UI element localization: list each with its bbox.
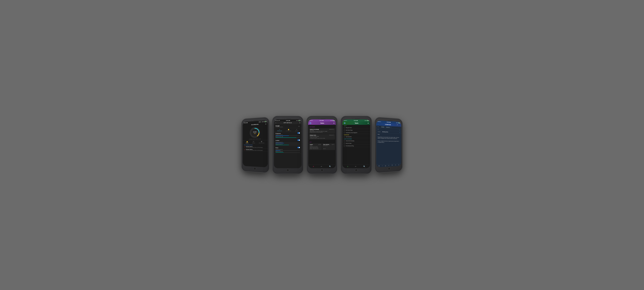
phone-speaker-p5 <box>388 120 393 121</box>
gear-icon-p1[interactable]: ⚙ <box>265 123 266 125</box>
phone-4-tasks: ▼ 9:41 AM 100% 👤 Tasks ⚙ TODAY <box>341 116 372 174</box>
status-label: STATUS <box>253 132 256 133</box>
phone-2-appdetails: ● ● ● ● ▼ 9:41 AM 100% ← APP DETAILS ≡ G… <box>272 116 303 174</box>
status-time-p1: 9:41 AM <box>244 122 248 124</box>
tasks-list-icon[interactable]: ≡ <box>347 166 348 167</box>
google-app-sub: Sensitive notifications <box>276 127 283 127</box>
phone-camera-p4 <box>352 119 353 119</box>
toggle-foreground[interactable] <box>297 132 300 134</box>
appdetails-header: ← APP DETAILS ≡ <box>274 121 302 124</box>
notes-body: SEPTEMBER Address for package September … <box>308 125 336 165</box>
compose-body-area[interactable]: Hello, Reguarding out conversation from … <box>376 133 401 164</box>
task-eat-onion-rings: Eat Onion Rings <box>342 129 370 131</box>
phone-fg-label: Foreground events: 145 <box>276 149 286 150</box>
to-chip-2[interactable]: Tester Mc <box>386 127 390 128</box>
note-tims-cell[interactable]: Tim's Cell for... July 15 604-454-3232 J… <box>322 143 335 150</box>
phone-3-notes: ▼ 9:41 AM 100% 👤 Notes ⚙ SEPTEMBER <box>307 116 337 174</box>
send-icon[interactable]: › <box>400 125 400 126</box>
mic-icon[interactable]: 🎤 <box>396 124 398 126</box>
tab-permissions[interactable]: ✓ PERMISSIONS <box>277 129 282 131</box>
guardian-nav: 🔔 EVENTS 🛡 STATUS ⊞ APPLICATIONS <box>243 140 268 144</box>
phone-camera <box>251 120 252 121</box>
to-chip-1[interactable]: Decafe <box>381 126 385 128</box>
task-groceries: Get Groceries <box>342 136 370 138</box>
checkbox-piano[interactable] <box>344 127 345 128</box>
phone-speaker <box>253 120 258 121</box>
list-icon-2[interactable]: ☰ <box>392 164 392 166</box>
note-orders[interactable]: Orders July 18 TeamA:Doubleshot on Ice (… <box>309 143 322 150</box>
phone-1-guardian: 9:41 AM 100% GUARDIAN ⚙ <box>242 117 269 173</box>
underline-icon[interactable]: U <box>385 165 386 166</box>
tab-notifications[interactable]: 🔔 NOTIFICATIONS <box>286 129 291 131</box>
phone-perm-label: Phone <box>276 147 278 148</box>
notes-header: 👤 Notes ⚙ <box>308 121 336 125</box>
tasks-header: 👤 Tasks ⚙ <box>342 121 370 125</box>
checkbox-pasta[interactable] <box>344 143 345 144</box>
toggle-location[interactable] <box>297 139 300 141</box>
google-app-name: Google <box>276 125 283 127</box>
tab-appinfo[interactable]: ℹ APP INFO <box>295 129 298 131</box>
appdetails-tabs: ✓ PERMISSIONS 🔔 NOTIFICATIONS ℹ APP INFO <box>274 128 302 132</box>
notes-edit-icon[interactable]: ✏ <box>321 166 322 167</box>
tasks-section-later: LATER THIS WEEK <box>342 138 370 140</box>
list-icon-1[interactable]: ≡ <box>388 165 389 166</box>
note-address-package[interactable]: Address for package September 12 John Sm… <box>309 128 335 134</box>
gear-icon-p4[interactable]: ⚙ <box>368 122 369 124</box>
italic-icon[interactable]: I <box>382 165 382 166</box>
status-bar-p3: ▼ 9:41 AM 100% <box>308 119 336 121</box>
checkbox-shovel[interactable] <box>344 140 345 141</box>
scan-label: SCAN <box>253 131 256 132</box>
home-button-p2[interactable] <box>274 168 302 172</box>
tasks-search-icon[interactable]: 🔍 <box>363 166 365 167</box>
phone-bg-label: Background events: 255 <box>276 151 286 152</box>
phone-camera-p5 <box>386 120 386 121</box>
compose-header-icons: 🎤 ⋮ › <box>396 124 400 126</box>
add-recipient-icon[interactable]: + <box>391 127 392 128</box>
tasks-bottom-bar: ≡ ✏ 🔍 <box>342 165 370 168</box>
notes-section-september: SEPTEMBER <box>308 125 336 128</box>
note-design-review[interactable]: Design review September 12 Notes from de… <box>309 134 335 140</box>
checkbox-diamond[interactable] <box>344 145 345 146</box>
nav-item-apps[interactable]: ⊞ APPLICATIONS <box>259 141 264 143</box>
home-button-p4[interactable] <box>342 168 370 172</box>
status-icons-p1: 100% <box>259 121 266 122</box>
text-format-icon[interactable]: Tr <box>395 164 396 166</box>
phones-container: 9:41 AM 100% GUARDIAN ⚙ <box>241 116 403 174</box>
gear-icon-p3[interactable]: ⚙ <box>333 122 334 124</box>
notes-section-july: JULY <box>308 140 336 143</box>
status-bar-p4: ▼ 9:41 AM 100% <box>342 119 370 121</box>
filter-icon-p2[interactable]: ≡ <box>300 122 300 124</box>
nav-item-events[interactable]: 🔔 EVENTS <box>246 141 249 143</box>
toggle-phone[interactable] <box>297 147 300 148</box>
back-icon-p5[interactable]: ← <box>378 123 379 125</box>
add-cc-icon[interactable]: + <box>400 129 400 131</box>
bold-icon[interactable]: B <box>379 165 380 166</box>
google-row: Google Sensitive notifications Off › <box>274 124 302 128</box>
phone-speaker-p2 <box>286 119 292 119</box>
recommendation-2: 🛡 Developer Options You have turned on d… <box>243 148 268 151</box>
phone-speaker-p3 <box>320 119 326 119</box>
back-icon-p2[interactable]: ← <box>275 122 276 124</box>
bullet-icon[interactable]: ● <box>398 164 399 165</box>
recommendation-1: 🛡 Developer Options You have turned on d… <box>243 146 268 149</box>
permission-location: Location Foreground events: 279 Backgrou… <box>274 139 302 146</box>
notes-title: Notes <box>320 122 324 124</box>
checkbox-groceries[interactable] <box>344 136 345 137</box>
task-play-piano: Play the Piano <box>342 126 370 129</box>
checkbox-magazine[interactable] <box>344 132 345 133</box>
task-shovel-driveway: Shovel the Driveway <box>342 140 370 142</box>
bg-events-label: Background events: 1360 <box>276 136 286 137</box>
home-button-p3[interactable] <box>308 168 336 172</box>
add-subject-icon[interactable]: + <box>400 132 400 133</box>
phone-5-compose: ▼ 9:41 AM 100% ← COMPOSE 🎤 ⋮ › <box>375 117 402 173</box>
tasks-edit-icon[interactable]: ✏ <box>355 166 356 167</box>
phone-camera-p2 <box>284 119 285 119</box>
checkbox-onion[interactable] <box>344 129 345 131</box>
task-find-diamond: Find Diamond Ring <box>342 145 370 147</box>
notes-search-icon[interactable]: 🔍 <box>329 166 331 167</box>
notes-list-icon[interactable]: ≡ <box>313 166 314 167</box>
nav-item-status[interactable]: 🛡 STATUS <box>252 141 255 143</box>
guardian-dial: SCAN STATUS FAIR <box>243 125 268 139</box>
more-icon[interactable]: ⋮ <box>398 124 399 126</box>
loc-bg-label: Background events: 527 <box>276 144 286 144</box>
